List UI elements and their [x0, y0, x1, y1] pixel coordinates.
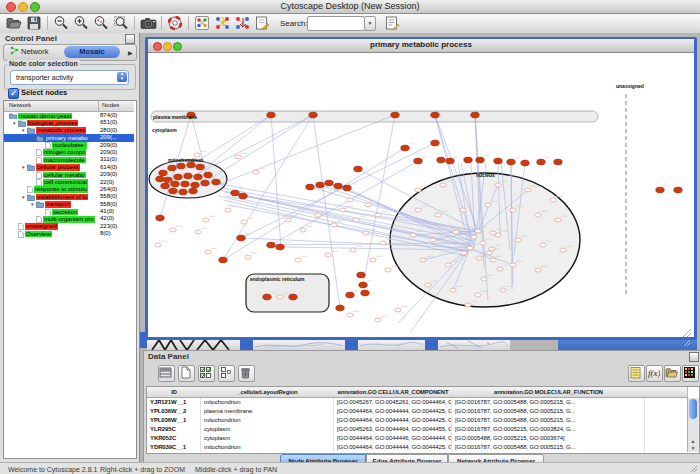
- tree-item-establishment-of-lo[interactable]: ▼establishment of lo558(0): [4, 193, 134, 200]
- layout-b-button[interactable]: [234, 15, 251, 32]
- import-attributes-button[interactable]: [664, 365, 681, 382]
- tree-item-label: metabolic process: [36, 127, 86, 134]
- open-file-button[interactable]: [6, 15, 23, 32]
- tree-item-overview[interactable]: Overview8(0): [4, 230, 134, 237]
- table-cell[interactable]: [GO:0016787, GO:0005488, GO:0005215, G..…: [452, 407, 645, 416]
- table-cell[interactable]: mitochondrion: [201, 416, 334, 425]
- tree-item-unassigned[interactable]: unassigned223(0): [4, 223, 134, 230]
- table-cell[interactable]: mitochondrion: [201, 398, 334, 407]
- table-cell[interactable]: YKR052C: [147, 434, 201, 443]
- select-nodes-checkbox[interactable]: ✓: [8, 88, 19, 99]
- expand-arrow-icon[interactable]: ▼: [21, 195, 25, 200]
- scroll-up-icon[interactable]: ▲: [689, 438, 697, 444]
- node-color-dropdown[interactable]: transporter activity ▲▼: [10, 70, 129, 85]
- search-dropdown-arrow[interactable]: ▼: [364, 16, 376, 31]
- layout-a-button[interactable]: [214, 15, 231, 32]
- annotation-button[interactable]: [254, 15, 271, 32]
- tree-item-node-count: 209(0): [100, 171, 117, 178]
- table-cell[interactable]: [GO:0016787, GO:0005215, GO:0003824, G..…: [452, 425, 645, 434]
- table-cell[interactable]: [GO:0016787, GO:0005488, GO:0005215, G..…: [452, 398, 645, 407]
- toolbar-separator: [188, 16, 189, 30]
- table-scrollbar[interactable]: ▲▼: [687, 398, 699, 452]
- notes-button[interactable]: [628, 365, 645, 382]
- table-cell[interactable]: YPL036W__2: [147, 407, 201, 416]
- expand-arrow-icon[interactable]: ▼: [21, 165, 25, 170]
- tree-item-node-count: 614(0): [100, 164, 117, 171]
- delete-attribute-button[interactable]: [238, 365, 255, 382]
- folder-icon: [18, 120, 26, 127]
- float-panel-icon[interactable]: [125, 34, 135, 44]
- tree-item-cellular-process[interactable]: ▼cellular process614(0): [4, 164, 134, 171]
- tree-item-transport[interactable]: ▼transport558(0): [4, 201, 134, 208]
- zoom-out-button[interactable]: [53, 15, 70, 32]
- snapshot-button[interactable]: [140, 15, 157, 32]
- table-cell[interactable]: cytoplasm: [201, 434, 334, 443]
- tab-network[interactable]: Network: [10, 46, 49, 58]
- zoom-fit-button[interactable]: [113, 15, 130, 32]
- column-header-3[interactable]: annotation.GO MOLECULAR_FUNCTION: [452, 387, 646, 398]
- zoom-selected-button[interactable]: [93, 15, 110, 32]
- unselect-attributes-button[interactable]: [218, 365, 235, 382]
- table-cell[interactable]: [GO:0044464, GO:0044444, GO:0044425, G..…: [334, 416, 452, 425]
- help-lifering-button[interactable]: [167, 15, 184, 32]
- table-cell[interactable]: YJR121W__1: [147, 398, 201, 407]
- table-cell[interactable]: [GO:0044464, GO:0044444, GO:0044425, G..…: [334, 407, 452, 416]
- tree-item-primary-metabo[interactable]: ▼primary metabo209(...: [4, 134, 134, 141]
- matrix-button[interactable]: [682, 365, 699, 382]
- table-cell[interactable]: YDR039C__1: [147, 443, 201, 452]
- float-panel-icon[interactable]: [689, 352, 699, 362]
- network-tab-icon: [10, 46, 19, 55]
- function-builder-button[interactable]: f(x): [646, 365, 663, 382]
- new-attribute-button[interactable]: [178, 365, 195, 382]
- tree-item-nucleobase-[interactable]: nucleobase-209(0): [4, 142, 134, 149]
- expand-arrow-icon[interactable]: ▼: [30, 136, 34, 141]
- table-cell[interactable]: [GO:0005488, GO:0005215, GO:0003674]: [452, 434, 645, 443]
- tree-item-macromolecule[interactable]: macromolecule311(0): [4, 156, 134, 163]
- network-window-title: primary metabolic process: [148, 40, 694, 49]
- network-canvas[interactable]: plasma membranecytoplasmmitochondrionnuc…: [148, 53, 694, 337]
- table-cell[interactable]: [GO:0045263, GO:0044464, GO:0044455, G..…: [334, 425, 452, 434]
- table-cell[interactable]: [GO:0044464, GO:0044446, GO:0044444, G..…: [334, 434, 452, 443]
- tree-item-biological-process[interactable]: ▼biological_process651(0): [4, 119, 134, 126]
- search-input[interactable]: [307, 16, 365, 31]
- expand-arrow-icon[interactable]: ▼: [12, 121, 16, 126]
- expand-arrow-icon[interactable]: ▼: [21, 128, 25, 133]
- table-cell[interactable]: [GO:0016787, GO:0005488, GO:0005215, G..…: [452, 416, 645, 425]
- toolbar-separator: [161, 16, 162, 30]
- resize-grip-icon[interactable]: [690, 465, 698, 473]
- tree-item-multi-organism-pro[interactable]: multi-organism pro42(0): [4, 215, 134, 222]
- file-icon: [45, 209, 51, 216]
- tab-overflow-arrow[interactable]: ▶: [128, 49, 133, 56]
- attribute-table-button[interactable]: [158, 365, 175, 382]
- tree-item-secretion[interactable]: secretion41(0): [4, 208, 134, 215]
- tree-item-mosaic-demo-yeast[interactable]: mosaic-demo-yeast874(0): [4, 112, 134, 119]
- column-header-2[interactable]: annotation.GO CELLULAR_COMPONENT: [334, 387, 453, 398]
- table-cell[interactable]: YLR295C: [147, 425, 201, 434]
- search-config-button[interactable]: [384, 15, 401, 32]
- tree-item-cellular-metabo[interactable]: cellular metabo209(0): [4, 171, 134, 178]
- table-cell[interactable]: plasma membrane: [201, 407, 334, 416]
- tree-item-response-to-stimulu[interactable]: response to stimulu264(0): [4, 186, 134, 193]
- column-header-0[interactable]: ID: [147, 387, 202, 398]
- scroll-down-icon[interactable]: ▼: [689, 445, 697, 451]
- table-cell[interactable]: cytoplasm: [201, 425, 334, 434]
- table-cell[interactable]: [GO:0044464, GO:0044444, GO:0044425, G..…: [334, 443, 452, 452]
- select-attributes-button[interactable]: [198, 365, 215, 382]
- scrollbar-thumb[interactable]: [689, 399, 697, 419]
- table-cell[interactable]: mitochondrion: [201, 443, 334, 452]
- tree-item-cell-communicat[interactable]: cell communicat22(0): [4, 179, 134, 186]
- expand-arrow-icon[interactable]: ▼: [30, 202, 34, 207]
- tree-item-label: unassigned: [25, 223, 58, 230]
- column-header-1[interactable]: _cellularLayoutRegion: [201, 387, 335, 398]
- table-cell[interactable]: [GO:0045267, GO:0045261, GO:0044464, G..…: [334, 398, 452, 407]
- label-cytoplasm: cytoplasm: [152, 127, 177, 133]
- label-mitochondrion: mitochondrion: [168, 157, 203, 163]
- tree-item-metabolic-process[interactable]: ▼metabolic process280(0): [4, 127, 134, 134]
- vizmapper-button[interactable]: [194, 15, 211, 32]
- save-button[interactable]: [26, 15, 43, 32]
- zoom-in-button[interactable]: [73, 15, 90, 32]
- tab-mosaic[interactable]: Mosaic: [64, 46, 120, 58]
- table-cell[interactable]: YPL036W__1: [147, 416, 201, 425]
- table-cell[interactable]: [GO:0016787, GO:0005488, GO:0005215, G..…: [452, 443, 645, 452]
- tree-item-nitrogen-compo[interactable]: nitrogen compo209(0): [4, 149, 134, 156]
